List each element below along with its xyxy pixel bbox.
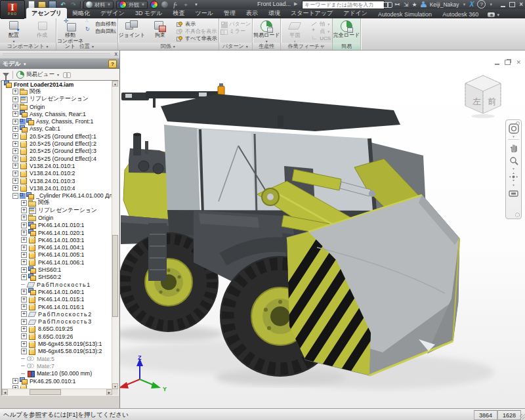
sign-in-icon[interactable]: ⇲ xyxy=(404,1,409,8)
expand-toggle[interactable]: + xyxy=(12,163,18,169)
tree-item[interactable]: +20.5×25 (Ground Effect):4 xyxy=(2,155,112,162)
new-file-button[interactable] xyxy=(28,1,35,9)
restore-button[interactable] xyxy=(509,2,515,7)
button-完全ロード[interactable]: 完全ロード xyxy=(333,19,360,39)
expand-toggle[interactable]: + xyxy=(12,126,18,132)
tree-item[interactable]: +PK46.14.01.010:1 xyxy=(2,222,112,229)
parameters-button[interactable]: fx xyxy=(171,1,179,9)
expand-toggle[interactable]: + xyxy=(21,207,27,213)
doc-close-button[interactable]: ✕ xyxy=(516,59,521,66)
look-at-icon[interactable] xyxy=(507,187,520,200)
button-配置[interactable]: 配置▼ xyxy=(0,19,28,44)
inventor-app-button[interactable]: I PRO xyxy=(0,0,25,19)
scroll-thumb[interactable] xyxy=(30,389,61,395)
expand-toggle[interactable]: + xyxy=(21,289,27,295)
expand-toggle[interactable]: + xyxy=(21,200,27,206)
tree-item[interactable]: +PK46.14.01.040:1 xyxy=(2,288,112,295)
browser-help-icon[interactable]: ? xyxy=(108,60,117,68)
expand-toggle[interactable]: + xyxy=(12,378,18,384)
3d-viewport[interactable]: ✕ xyxy=(120,51,525,408)
tree-item[interactable]: +PK46.14.01.016:1 xyxy=(2,303,112,310)
expand-toggle[interactable]: + xyxy=(21,326,27,332)
button-ジョイント[interactable]: ジョイント xyxy=(118,19,146,39)
orbit-icon[interactable] xyxy=(507,171,520,183)
tab-3D モデル[interactable]: 3D モデル xyxy=(130,8,168,18)
expand-toggle[interactable]: + xyxy=(21,222,27,228)
browser-header[interactable]: モデル ▼ ? xyxy=(0,59,119,69)
expand-toggle[interactable]: + xyxy=(12,148,18,154)
user-name[interactable]: Keiji_Nakay xyxy=(430,1,459,8)
tree-item[interactable]: +M8-6gx45.58.019(S13):2 xyxy=(2,348,112,355)
tree-item[interactable]: −_Cylinder PK46.14.01.000 Для о xyxy=(2,192,112,199)
button-すべて非表示[interactable]: すべて非表示 xyxy=(175,35,219,42)
tree-item[interactable]: +PK46.14.01.006:1 xyxy=(2,259,112,266)
expand-toggle[interactable]: + xyxy=(21,341,27,347)
tab-アドイン[interactable]: アドイン xyxy=(338,8,373,18)
qat-customize-arrow[interactable]: ▼ xyxy=(192,1,200,9)
panel-title-関係[interactable]: 関係▼ xyxy=(118,43,219,50)
expand-toggle[interactable]: + xyxy=(12,111,18,117)
tree-item[interactable]: +РабПлоскость2 xyxy=(2,310,112,318)
tree-item[interactable]: Mate:7 xyxy=(2,362,112,369)
expand-toggle[interactable]: + xyxy=(21,311,27,317)
resize-grip[interactable] xyxy=(520,414,525,419)
tree-item[interactable]: +関係 xyxy=(2,200,112,207)
tree-item[interactable]: +Assy, Cab:1 xyxy=(2,125,112,133)
tree-item[interactable]: +V138.24.01.010:1 xyxy=(2,162,112,169)
tree-item[interactable]: +V138.24.01.010:4 xyxy=(2,184,112,192)
tree-item[interactable]: +リプレゼンテーション xyxy=(2,207,112,214)
panel-title-簡易[interactable]: 簡易 xyxy=(333,43,360,50)
open-button[interactable] xyxy=(38,1,46,9)
expand-toggle[interactable]: + xyxy=(21,297,27,303)
expand-toggle[interactable]: + xyxy=(21,319,27,325)
expand-toggle[interactable]: + xyxy=(12,119,18,125)
tree-item[interactable]: Mate:5 xyxy=(2,355,112,362)
tab-Autodesk Simulation[interactable]: Autodesk Simulation xyxy=(373,10,437,18)
tree-item[interactable]: +Origin xyxy=(2,103,112,110)
tab-アセンブリ[interactable]: アセンブリ xyxy=(26,8,67,18)
browser-search-icon[interactable] xyxy=(63,72,70,77)
tree-item[interactable]: +SHS60:2 xyxy=(2,274,112,281)
minimize-button[interactable] xyxy=(501,6,505,7)
view-cube[interactable]: 左 前 xyxy=(463,73,503,119)
tree-item[interactable]: +M8-6gx45.58.019(S13):1 xyxy=(2,340,112,347)
expand-toggle[interactable]: + xyxy=(12,171,18,177)
expand-toggle[interactable]: + xyxy=(21,333,27,339)
button-自由回転[interactable]: 自由回転 xyxy=(85,28,117,35)
expand-toggle[interactable]: + xyxy=(12,141,18,147)
tree-item[interactable]: +V138.24.01.010:3 xyxy=(2,177,112,184)
button-簡易ロード[interactable]: 簡易ロード▼ xyxy=(253,19,280,44)
tree-item[interactable]: +8.65G.019:25 xyxy=(2,326,112,333)
scroll-thumb[interactable] xyxy=(112,235,118,317)
tree-item[interactable]: +SHS60:1 xyxy=(2,266,112,273)
expand-toggle[interactable]: + xyxy=(21,348,27,354)
search-icon[interactable] xyxy=(383,2,391,7)
expand-toggle[interactable]: + xyxy=(12,104,18,110)
adjust-appearance-button[interactable] xyxy=(150,1,158,9)
expand-toggle[interactable]: + xyxy=(21,237,27,243)
tree-item[interactable]: +PK46.25.00.010:1 xyxy=(2,377,112,385)
expand-toggle[interactable]: − xyxy=(12,193,18,199)
tree-item[interactable]: +PK46.14.01.005:1 xyxy=(2,251,112,259)
tab-ツール[interactable]: ツール xyxy=(190,8,219,18)
expand-toggle[interactable]: + xyxy=(21,215,27,220)
tab-環境[interactable]: 環境 xyxy=(263,8,285,18)
expand-toggle[interactable]: + xyxy=(21,252,27,258)
tab-管理[interactable]: 管理 xyxy=(219,8,241,18)
tree-item[interactable]: +20.5×25 (Ground Effect):1 xyxy=(2,133,112,140)
panel-title-パターン[interactable]: パターン▼ xyxy=(219,43,253,50)
expand-toggle[interactable]: + xyxy=(21,267,27,273)
render-tab-button[interactable]: ▼ xyxy=(488,12,500,18)
tree-item[interactable]: +Assy, Chassis, Rear:1 xyxy=(2,110,112,117)
quick-view-button[interactable]: 簡易ビュー ▼ xyxy=(16,71,60,79)
tree-item[interactable]: +V138.24.01.010:2 xyxy=(2,170,112,177)
tree-item[interactable]: +PK46.14.01.015:1 xyxy=(2,296,112,303)
close-button[interactable]: × xyxy=(519,1,523,8)
tree-item[interactable]: +РабПлоскость3 xyxy=(2,318,112,326)
expand-toggle[interactable]: + xyxy=(12,178,18,184)
user-avatar-icon[interactable] xyxy=(421,1,427,7)
tree-item[interactable]: +PK46.14.01.003:1 xyxy=(2,236,112,243)
horizontal-scrollbar[interactable]: ◀▶ xyxy=(2,388,112,395)
tree-item[interactable]: +PK46.14.01.020:1 xyxy=(2,229,112,236)
doc-minimize-button[interactable] xyxy=(495,64,499,65)
